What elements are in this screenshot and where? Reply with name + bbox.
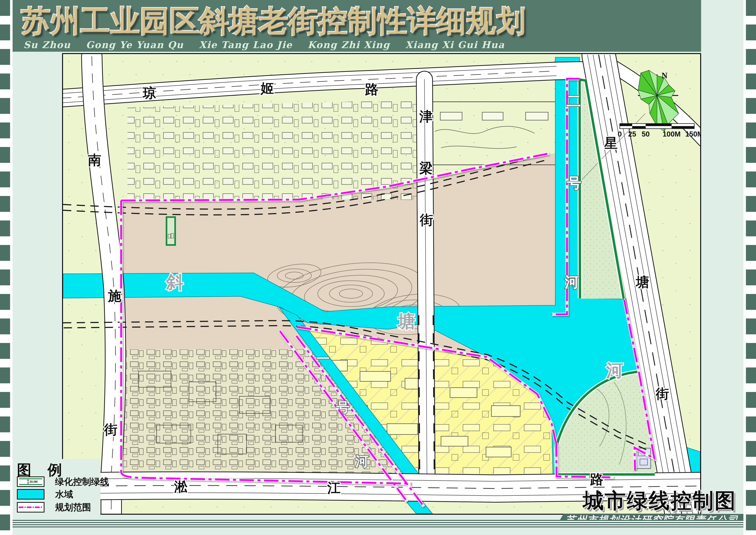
legend-label-boundary: 规划范围 [55, 501, 91, 513]
river-label: 塘 [397, 312, 415, 331]
road-label: 塘 [635, 274, 649, 290]
legend-item-green-line: 20.0M 绿化控制绿线 [17, 476, 100, 487]
green-line-swatch: 20.0M [17, 476, 44, 487]
river-label: 河 [564, 274, 579, 290]
road-label: 街 [104, 422, 118, 437]
north-label: N [662, 71, 667, 80]
road-label: 街 [419, 212, 433, 227]
scale-tick-25: 25 [628, 130, 636, 138]
road-label: 梁 [419, 161, 433, 176]
legend-label-green-line: 绿化控制绿线 [55, 476, 109, 488]
river-label: 一 [316, 351, 330, 366]
header-banner: 苏州工业园区斜塘老街控制性详细规划 Su Zhou Gong Ye Yuan Q… [11, 0, 701, 52]
page: { "header": { "title": "苏州工业园区斜塘老街控制性详细规… [0, 0, 756, 535]
road-label: 江 [327, 480, 340, 495]
page-title: 苏州工业园区斜塘老街控制性详细规划 [21, 1, 526, 41]
green-line-dimension: 20.0M [30, 480, 38, 483]
map-canvas: N 0 25 50 100M 150M 琼 姬 路 南 施 街 津 梁 街 星 … [62, 53, 701, 515]
green-strip-symbol [166, 216, 176, 246]
river-label: 斜 [166, 272, 183, 292]
map-svg: N 0 25 50 100M 150M 琼 姬 路 南 施 街 津 梁 街 星 … [63, 54, 700, 514]
water-swatch [17, 489, 44, 499]
film-strip-right [746, 0, 756, 535]
left-gutter [10, 0, 13, 535]
road-label: 星 [604, 136, 618, 151]
river-label: 号 [567, 175, 581, 191]
road-label: 南 [88, 153, 101, 168]
film-strip-left [0, 0, 10, 535]
scale-tick-150: 150M [685, 130, 700, 138]
road-label: 街 [655, 386, 669, 401]
river-label: 河 [606, 361, 623, 380]
road-label: 津 [419, 109, 433, 124]
map-sheet-title: 城市绿线控制图 [583, 487, 737, 515]
road-label: 琼 [142, 86, 156, 100]
road-label: 路 [365, 82, 378, 97]
road-label: 施 [108, 288, 121, 303]
boundary-swatch [17, 502, 44, 513]
legend-label-water: 水域 [55, 488, 73, 500]
river-label: 河 [355, 454, 368, 469]
scale-tick-0: 0 [618, 130, 622, 138]
road-label: 路 [590, 472, 603, 487]
right-gutter [743, 0, 746, 535]
legend-item-boundary: 规划范围 [17, 502, 100, 513]
page-title-pinyin: Su Zhou Gong Ye Yuan Qu Xie Tang Lao Jie… [23, 39, 505, 50]
bottom-stripes [11, 520, 744, 527]
river-label: 二 [566, 93, 581, 109]
river-label: 号 [336, 400, 350, 415]
legend-item-water: 水域 [17, 489, 100, 499]
road-label: 淞 [174, 479, 188, 494]
scale-tick-50: 50 [642, 130, 650, 138]
north-residential-area [127, 100, 421, 200]
road-label: 姬 [260, 81, 274, 96]
scale-tick-100: 100M [662, 130, 681, 138]
